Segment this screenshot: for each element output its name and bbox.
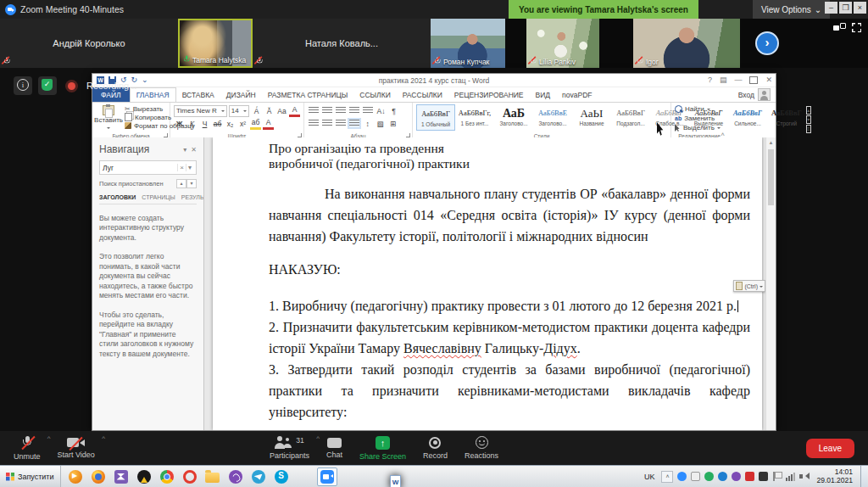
shading-icon[interactable]: ▧ [375, 119, 386, 129]
style-no-spacing[interactable]: АаБбВвГг, 1 Без инт... [455, 104, 494, 131]
start-video-button[interactable]: Start Video ^ [49, 431, 103, 465]
borders-icon[interactable]: ⊞ [387, 119, 398, 129]
doc-paragraph[interactable]: 2. Призначити факультетським керівником-… [269, 316, 750, 359]
restore-button[interactable]: ❒ [839, 2, 852, 14]
styles-more-icon[interactable]: ≡ [806, 125, 811, 133]
participant-tile-lilia[interactable]: Lilia Pankiv [526, 19, 599, 68]
gallery-view-icon[interactable] [833, 23, 844, 32]
taskbar-explorer-icon[interactable] [203, 467, 223, 486]
show-desktop-button[interactable] [860, 466, 867, 487]
taskbar-aimp-icon[interactable] [134, 467, 154, 486]
participant-tile-tamara[interactable]: Tamara Halytska [178, 19, 253, 68]
tab-references[interactable]: ССЫЛКИ [353, 87, 396, 102]
style-subtitle[interactable]: АаБбВвГ Подзагол... [611, 104, 650, 131]
tray-clipboard-icon[interactable] [691, 472, 700, 481]
security-shield-icon[interactable] [38, 76, 57, 95]
taskbar-skype-icon[interactable] [271, 467, 292, 486]
strikethrough-button[interactable]: аб [212, 119, 223, 129]
language-indicator[interactable]: UK [642, 473, 658, 481]
tray-browser-icon[interactable] [718, 472, 727, 481]
tray-expand-icon[interactable]: ˄ [661, 471, 673, 483]
unmute-button[interactable]: Unmute ^ [5, 431, 49, 465]
nav-search-clear-icon[interactable]: × [177, 164, 186, 171]
tab-mailings[interactable]: РАССЫЛКИ [397, 87, 448, 102]
nav-tab-headings[interactable]: ЗАГОЛОВКИ [99, 194, 136, 200]
vertical-scrollbar[interactable]: ▲ [765, 137, 776, 430]
document-page[interactable]: Про організацію та проведення виробничої… [213, 137, 762, 430]
style-intense-emphasis[interactable]: АаБбВвГ Сильное... [728, 104, 767, 131]
doc-paragraph[interactable]: виробничої (педагогічної) практики [269, 156, 750, 171]
next-participants-button[interactable]: › [755, 31, 779, 55]
align-right-icon[interactable] [336, 120, 346, 127]
grow-font-button[interactable]: А́ [251, 106, 262, 116]
view-options-button[interactable]: View Options ⌄ [753, 0, 830, 19]
taskbar-kmplayer-icon[interactable] [111, 467, 131, 486]
taskbar-clock[interactable]: 14:01 29.01.2021 [813, 468, 856, 484]
doc-paragraph[interactable]: Про організацію та проведення [269, 141, 750, 156]
style-heading1[interactable]: АаБ Заголово... [494, 104, 533, 131]
increase-indent-icon[interactable] [363, 107, 373, 115]
numbering-icon[interactable] [322, 107, 332, 115]
tab-review[interactable]: РЕЦЕНЗИРОВАНИЕ [448, 87, 530, 102]
ribbon-options-icon[interactable]: ▤ [720, 76, 727, 84]
tray-network-icon[interactable] [786, 472, 795, 481]
show-marks-icon[interactable]: ¶ [388, 106, 399, 116]
help-icon[interactable]: ? [708, 76, 712, 84]
participant-tile-natalya[interactable]: Наталя Коваль... [253, 19, 431, 68]
nav-options-icon[interactable]: ▾ [183, 146, 186, 154]
participant-tile-roman[interactable]: Роман Купчак [431, 19, 505, 68]
font-name-select[interactable]: Times New R [174, 105, 227, 117]
tray-antivirus-icon[interactable] [704, 472, 714, 481]
nav-search-dropdown-icon[interactable]: ▾ [186, 164, 193, 171]
styles-up-icon[interactable]: ▴ [806, 106, 811, 115]
minimize-button[interactable]: – [825, 2, 837, 14]
taskbar-viber-icon[interactable] [225, 467, 246, 486]
replace-button[interactable]: ab Заменить [675, 114, 724, 123]
word-minimize-button[interactable]: — [734, 76, 742, 84]
tab-page-layout[interactable]: РАЗМЕТКА СТРАНИЦЫ [262, 87, 354, 102]
doc-paragraph[interactable]: НАКАЗУЮ: [269, 259, 750, 280]
shrink-font-button[interactable]: А̌ [264, 106, 275, 116]
align-center-icon[interactable] [322, 120, 332, 127]
bullets-icon[interactable] [309, 107, 319, 115]
justify-icon[interactable] [349, 120, 359, 127]
leave-button[interactable]: Leave [806, 439, 854, 458]
font-size-select[interactable]: 14 [229, 105, 249, 117]
subscript-button[interactable]: х₂ [225, 119, 236, 129]
taskbar-opera-icon[interactable] [180, 467, 200, 486]
tray-viber-icon[interactable] [732, 472, 741, 481]
taskbar-word-icon[interactable] [294, 467, 314, 486]
taskbar-zoom-icon[interactable] [317, 467, 337, 486]
doc-paragraph[interactable]: 1. Виробничу (педагогічну) практику пров… [269, 295, 750, 316]
word-close-button[interactable]: ✕ [765, 76, 772, 84]
text-highlight-button[interactable]: аб [250, 117, 261, 130]
taskbar-firefox-icon[interactable] [88, 467, 108, 486]
change-case-button[interactable]: Аа [276, 106, 287, 116]
doc-paragraph[interactable]: На виконання навчального плану студентів… [269, 183, 750, 247]
nav-close-icon[interactable]: ✕ [191, 146, 197, 154]
tray-app-icon-red[interactable] [745, 472, 754, 481]
fullscreen-icon[interactable] [852, 23, 861, 32]
reactions-button[interactable]: Reactions [456, 431, 507, 465]
tray-zoom-icon[interactable] [677, 472, 687, 481]
paste-button[interactable]: Вставить [96, 104, 121, 131]
decrease-indent-icon[interactable] [349, 107, 359, 115]
chat-button[interactable]: Chat [318, 431, 351, 465]
sort-icon[interactable]: А↓ [376, 106, 387, 116]
meeting-info-icon[interactable] [14, 76, 32, 95]
tab-view[interactable]: ВИД [530, 87, 557, 102]
font-color-button[interactable]: А [263, 117, 274, 130]
find-button[interactable]: Найти [675, 104, 724, 114]
participants-button[interactable]: 31 Participants ^ [261, 431, 318, 465]
tray-display-icon[interactable] [759, 472, 768, 481]
nav-prev-result-icon[interactable]: ▴ [176, 179, 186, 188]
styles-down-icon[interactable]: ▾ [806, 115, 811, 124]
style-title[interactable]: АаЬІ Название [572, 104, 611, 131]
close-button[interactable]: × [854, 2, 866, 14]
video-options-icon[interactable]: ^ [102, 434, 105, 442]
participant-tile-igor[interactable]: Igor [633, 19, 740, 68]
clear-formatting-button[interactable]: А [289, 104, 300, 117]
multilevel-list-icon[interactable] [336, 107, 346, 115]
style-strong[interactable]: АаБбВвГ Строгий [767, 104, 806, 131]
align-left-icon[interactable] [309, 120, 319, 127]
